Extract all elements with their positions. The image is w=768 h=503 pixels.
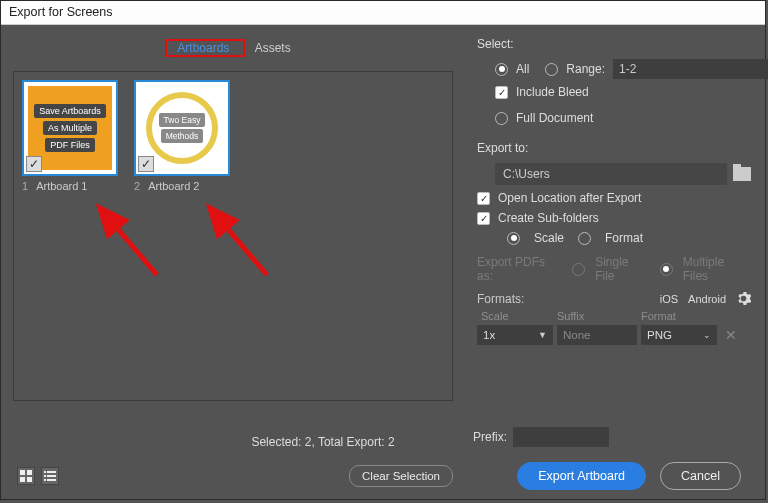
export-to-label: Export to:	[477, 141, 751, 155]
folder-icon[interactable]	[733, 167, 751, 181]
checkbox-create-subfolders[interactable]: ✓	[477, 212, 490, 225]
chevron-down-icon: ▼	[538, 330, 547, 340]
checkbox-open-location[interactable]: ✓	[477, 192, 490, 205]
format-row: 1x▼ None PNG⌄ ✕	[477, 324, 751, 346]
range-input[interactable]	[613, 59, 768, 79]
radio-subfolder-scale[interactable]	[507, 232, 520, 245]
formats-header: Scale Suffix Format	[477, 308, 751, 324]
status-text: Selected: 2, Total Export: 2	[1, 435, 765, 449]
artboard-name: Artboard 2	[148, 180, 199, 192]
artboard-thumbnail: Two Easy Methods	[146, 92, 218, 164]
radio-single-file	[572, 263, 585, 276]
export-artboard-button[interactable]: Export Artboard	[517, 462, 646, 490]
tab-assets[interactable]: Assets	[245, 37, 301, 61]
format-select[interactable]: PNG⌄	[641, 325, 717, 345]
preset-ios[interactable]: iOS	[660, 293, 678, 305]
formats-label: Formats:	[477, 292, 524, 306]
export-path-input[interactable]	[495, 163, 727, 185]
radio-range[interactable]	[545, 63, 558, 76]
radio-full-document[interactable]	[495, 112, 508, 125]
artboard-item[interactable]: Two Easy Methods ✓ 2 Artboard 2	[134, 80, 230, 192]
scale-select[interactable]: 1x▼	[477, 325, 553, 345]
gear-icon[interactable]	[736, 291, 751, 306]
selected-check-icon[interactable]: ✓	[26, 156, 42, 172]
left-panel: Artboards Assets Save Artboards As Multi…	[1, 25, 469, 453]
suffix-input[interactable]: None	[557, 325, 637, 345]
radio-multiple-files	[660, 263, 673, 276]
artboard-item[interactable]: Save Artboards As Multiple PDF Files ✓ 1…	[22, 80, 118, 192]
checkbox-include-bleed[interactable]: ✓	[495, 86, 508, 99]
radio-subfolder-format[interactable]	[578, 232, 591, 245]
artboard-number: 1	[22, 180, 28, 192]
artboard-grid: Save Artboards As Multiple PDF Files ✓ 1…	[13, 71, 453, 401]
tab-artboards[interactable]: Artboards	[167, 37, 239, 61]
remove-format-icon[interactable]: ✕	[721, 327, 741, 343]
preset-android[interactable]: Android	[688, 293, 726, 305]
cancel-button[interactable]: Cancel	[660, 462, 741, 490]
artboard-number: 2	[134, 180, 140, 192]
radio-all[interactable]	[495, 63, 508, 76]
selected-check-icon[interactable]: ✓	[138, 156, 154, 172]
annotation-highlight: Artboards	[165, 39, 244, 57]
chevron-down-icon: ⌄	[703, 330, 711, 340]
window-title: Export for Screens	[1, 1, 765, 25]
artboard-name: Artboard 1	[36, 180, 87, 192]
select-label: Select:	[477, 37, 751, 51]
export-pdfs-label: Export PDFs as:	[477, 255, 562, 283]
right-panel: Select: All Range: ✓ Include Bleed Full …	[469, 25, 765, 453]
footer: Selected: 2, Total Export: 2 Export Artb…	[1, 453, 765, 499]
export-for-screens-dialog: Export for Screens Artboards Assets Save…	[0, 0, 766, 500]
